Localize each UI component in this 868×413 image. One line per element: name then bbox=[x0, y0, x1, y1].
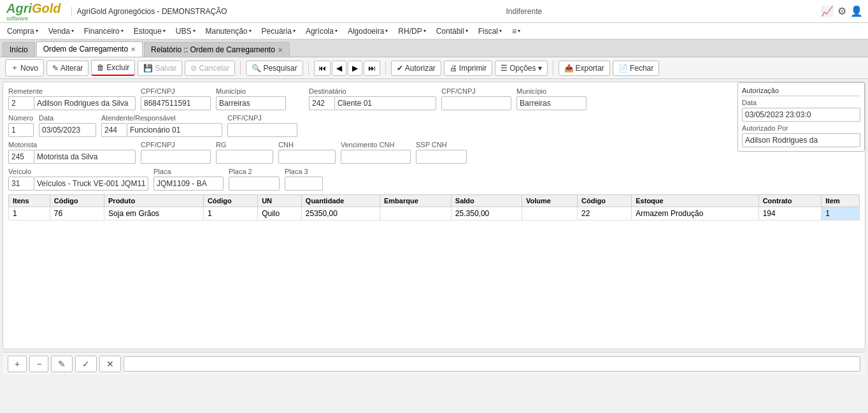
numero-input[interactable] bbox=[8, 123, 34, 137]
nav-first-button[interactable]: ⏮ bbox=[314, 61, 331, 76]
remetente-id[interactable] bbox=[8, 96, 34, 110]
motorista-cpf-input[interactable] bbox=[141, 150, 211, 164]
tab-close-relatorio[interactable]: ✕ bbox=[278, 47, 283, 54]
nav-next-button[interactable]: ▶ bbox=[348, 61, 362, 76]
col-itens: Itens bbox=[9, 195, 50, 207]
nav-ubs[interactable]: UBS▾ bbox=[171, 25, 200, 38]
destinatario-name[interactable] bbox=[334, 96, 436, 110]
veiculo-group: Veículo bbox=[8, 168, 148, 191]
nav-venda[interactable]: Venda▾ bbox=[44, 25, 78, 38]
motorista-cnh-group: CNH bbox=[278, 141, 336, 164]
motorista-cnh-label: CNH bbox=[278, 141, 336, 149]
pesquisar-button[interactable]: 🔍 Pesquisar bbox=[246, 61, 302, 76]
autorizacao-autorizado-input[interactable] bbox=[742, 133, 860, 147]
placa-label: Placa bbox=[153, 168, 224, 175]
remetente-cpf-group: CPF/CNPJ bbox=[141, 87, 211, 110]
cell-contrato: 194 bbox=[758, 207, 822, 221]
separator-4 bbox=[553, 61, 553, 75]
edit-icon: ✎ bbox=[52, 64, 59, 73]
nav-contabil[interactable]: Contábil▾ bbox=[432, 25, 473, 38]
check-icon: ✔ bbox=[397, 64, 403, 73]
form-row-4: Veículo Placa Placa 2 Placa 3 bbox=[8, 168, 860, 191]
remetente-cpf-input[interactable] bbox=[141, 96, 211, 110]
separator-3 bbox=[385, 61, 386, 75]
autorizacao-data-input[interactable] bbox=[742, 108, 860, 122]
nav-algodoeira[interactable]: Algodoeira▾ bbox=[343, 25, 392, 38]
motorista-rg-input[interactable] bbox=[216, 150, 273, 164]
tab-ordem-carregamento[interactable]: Ordem de Carregamento ✕ bbox=[36, 41, 143, 57]
placa-input[interactable] bbox=[153, 177, 224, 191]
destinatario-group: Destinatário bbox=[309, 87, 436, 110]
gear-icon[interactable]: ⚙ bbox=[837, 5, 846, 17]
opcoes-button[interactable]: ☰ Opções ▾ bbox=[495, 61, 547, 76]
edit-row-button[interactable]: ✎ bbox=[51, 356, 73, 372]
placa3-input[interactable] bbox=[285, 177, 323, 191]
salvar-button[interactable]: 💾 Salvar bbox=[138, 61, 182, 76]
add-row-button[interactable]: + bbox=[8, 356, 27, 372]
data-input[interactable] bbox=[39, 123, 96, 137]
nav-menu[interactable]: ≡▾ bbox=[508, 25, 525, 38]
nav-rhdp[interactable]: RH/DP▾ bbox=[394, 25, 430, 38]
nav-prev-button[interactable]: ◀ bbox=[332, 61, 346, 76]
excluir-button[interactable]: 🗑 Excluir bbox=[91, 60, 135, 76]
bottom-input[interactable] bbox=[124, 356, 860, 372]
table-row[interactable]: 1 76 Soja em Grãos 1 Quilo 25350,00 25.3… bbox=[9, 207, 860, 221]
form-row-3: Motorista CPF/CNPJ RG CNH Vencimento CNH… bbox=[8, 141, 860, 164]
numero-label: Número bbox=[8, 114, 34, 122]
nav-estoque[interactable]: Estoque▾ bbox=[129, 25, 170, 38]
cancel-row-button[interactable]: ✕ bbox=[99, 356, 121, 372]
placa2-input[interactable] bbox=[229, 177, 280, 191]
nav-fiscal[interactable]: Fiscal▾ bbox=[474, 25, 506, 38]
user-icon[interactable]: 👤 bbox=[850, 5, 863, 17]
nav-financeiro[interactable]: Financeiro▾ bbox=[80, 25, 128, 38]
novo-button[interactable]: ＋ Novo bbox=[5, 59, 44, 76]
motorista-venc-label: Vencimento CNH bbox=[341, 141, 411, 149]
exportar-button[interactable]: 📤 Exportar bbox=[559, 61, 610, 76]
destinatario-label: Destinatário bbox=[309, 87, 436, 95]
tab-relatorio[interactable]: Relatório :: Ordem de Carregamento ✕ bbox=[144, 42, 290, 57]
numero-group: Número bbox=[8, 114, 34, 137]
motorista-cnh-input[interactable] bbox=[278, 150, 336, 164]
opcoes-arrow: ▾ bbox=[538, 64, 542, 73]
atendente-cpf-label: CPF/CNPJ bbox=[227, 114, 297, 122]
cancelar-button[interactable]: ⊘ Cancelar bbox=[185, 61, 235, 76]
motorista-id[interactable] bbox=[8, 150, 34, 164]
motorista-rg-label: RG bbox=[216, 141, 273, 149]
alterar-button[interactable]: ✎ Alterar bbox=[46, 61, 89, 76]
col-un: UN bbox=[258, 195, 302, 207]
motorista-ssp-input[interactable] bbox=[416, 150, 467, 164]
atendente-label: Atendente/Responsável bbox=[101, 114, 222, 122]
tab-inicio[interactable]: Início bbox=[3, 42, 35, 57]
col-codigo2: Código bbox=[203, 195, 257, 207]
veiculo-name[interactable] bbox=[34, 177, 148, 191]
destinatario-cpf-input[interactable] bbox=[441, 96, 511, 110]
nav-last-button[interactable]: ⏭ bbox=[364, 61, 380, 76]
atendente-id[interactable] bbox=[101, 123, 127, 137]
imprimir-button[interactable]: 🖨 Imprimir bbox=[444, 61, 492, 76]
motorista-venc-input[interactable] bbox=[341, 150, 411, 164]
nav-agricola[interactable]: Agrícola▾ bbox=[301, 25, 342, 38]
col-quantidade: Quantidade bbox=[301, 195, 380, 207]
remove-row-button[interactable]: − bbox=[29, 356, 48, 372]
destinatario-cpf-label: CPF/CNPJ bbox=[441, 87, 511, 95]
motorista-venc-group: Vencimento CNH bbox=[341, 141, 411, 164]
nav-compra[interactable]: Compra▾ bbox=[3, 25, 43, 38]
remetente-municipio-input[interactable] bbox=[216, 96, 286, 110]
nav-pecuaria[interactable]: Pecuária▾ bbox=[257, 25, 300, 38]
atendente-name[interactable] bbox=[127, 123, 222, 137]
atendente-group: Atendente/Responsável bbox=[101, 114, 222, 137]
atendente-cpf-group: CPF/CNPJ bbox=[227, 114, 297, 137]
autorizacao-data-label: Data bbox=[742, 99, 860, 106]
destinatario-id[interactable] bbox=[309, 96, 334, 110]
nav-manutencao[interactable]: Manutenção▾ bbox=[201, 25, 256, 38]
confirm-row-button[interactable]: ✓ bbox=[75, 356, 97, 372]
destinatario-municipio-input[interactable] bbox=[516, 96, 587, 110]
atendente-cpf-input[interactable] bbox=[227, 123, 297, 137]
fechar-button[interactable]: 📄 Fechar bbox=[613, 61, 659, 76]
autorizar-button[interactable]: ✔ Autorizar bbox=[391, 61, 441, 76]
veiculo-id[interactable] bbox=[8, 177, 34, 191]
chart-icon[interactable]: 📈 bbox=[821, 5, 834, 17]
motorista-name[interactable] bbox=[34, 150, 136, 164]
tab-close-ordem[interactable]: ✕ bbox=[131, 46, 136, 53]
remetente-name[interactable] bbox=[34, 96, 136, 110]
